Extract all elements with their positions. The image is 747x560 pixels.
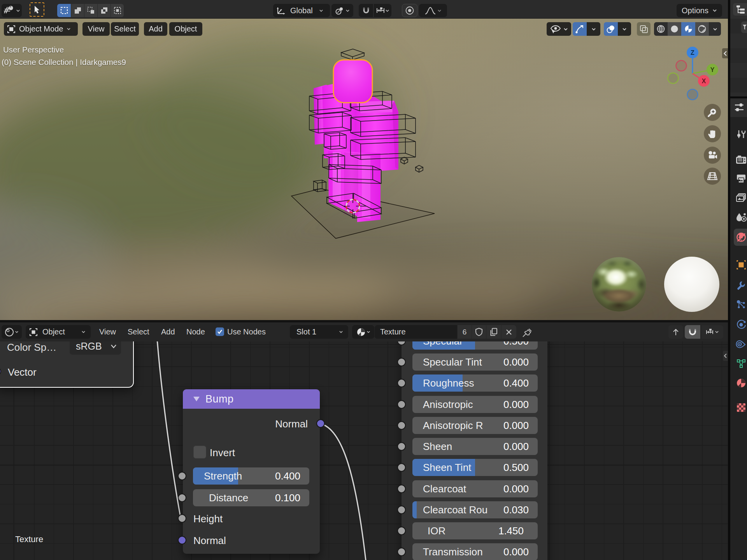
svg-text:Z: Z	[691, 49, 694, 56]
svg-text:Y: Y	[710, 66, 715, 73]
svg-text:X: X	[702, 78, 706, 84]
